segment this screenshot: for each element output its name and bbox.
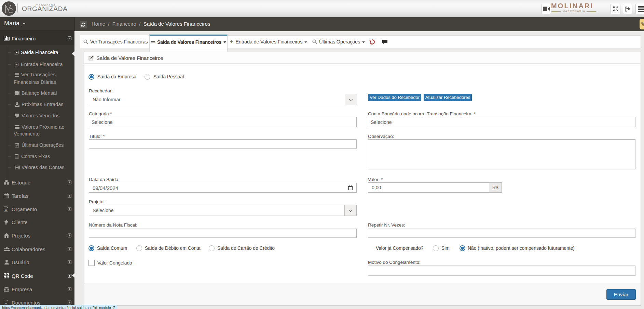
svg-text:w: w xyxy=(4,208,7,211)
svg-text:w: w xyxy=(4,301,7,305)
